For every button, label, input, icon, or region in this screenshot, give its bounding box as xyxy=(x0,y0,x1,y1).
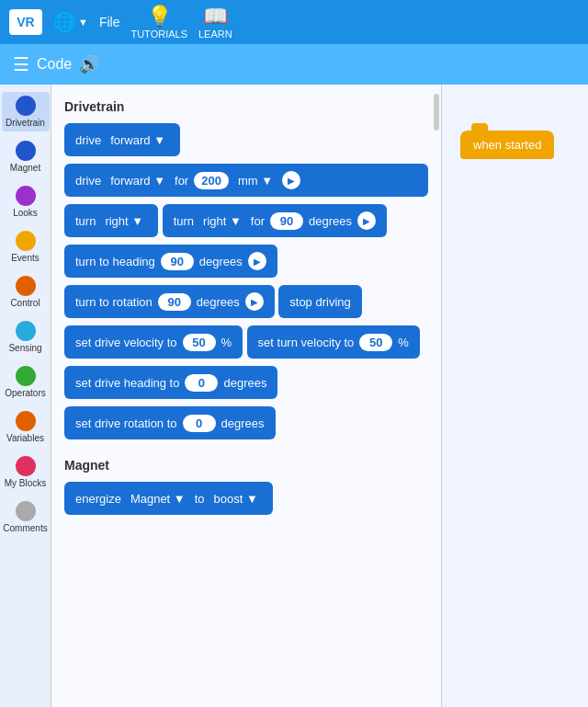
block-text: set turn velocity to xyxy=(258,336,355,349)
block-text: for xyxy=(175,174,188,188)
block-boost-dropdown[interactable]: boost ▼ xyxy=(210,490,262,507)
block-turn-right-for[interactable]: turn right ▼ for 90 degrees ▶ xyxy=(163,204,387,237)
block-set-drive-velocity[interactable]: set drive velocity to 50 % xyxy=(64,325,243,359)
globe-arrow: ▼ xyxy=(78,17,88,28)
block-set-drive-rotation[interactable]: set drive rotation to 0 degrees xyxy=(64,406,276,439)
block-text: degrees xyxy=(197,295,240,309)
block-area: Drivetrain drive forward ▼ drive forward… xyxy=(51,85,441,707)
block-text: degrees xyxy=(199,255,243,268)
block-play4-button[interactable]: ▶ xyxy=(245,292,264,311)
block-50a-input[interactable]: 50 xyxy=(183,334,216,351)
tutorials-label: TUTORIALS xyxy=(130,29,187,40)
block-turn-to-rotation[interactable]: turn to rotation 90 degrees ▶ xyxy=(64,285,275,318)
block-text: turn xyxy=(75,214,96,228)
operators-dot xyxy=(16,366,36,386)
sidebar-label-variables: Variables xyxy=(6,433,44,443)
block-90a-input[interactable]: 90 xyxy=(270,212,303,230)
variables-dot xyxy=(16,411,36,431)
sidebar: Drivetrain Magnet Looks Events Control S… xyxy=(0,85,51,707)
canvas-area: when started xyxy=(441,85,588,707)
block-text: drive xyxy=(75,174,101,188)
sidebar-item-operators[interactable]: Operators xyxy=(2,362,50,402)
block-stop-driving[interactable]: stop driving xyxy=(278,285,361,318)
block-text: % xyxy=(221,336,232,349)
sidebar-item-events[interactable]: Events xyxy=(2,227,50,267)
block-right2-dropdown[interactable]: right ▼ xyxy=(199,212,245,230)
block-text: set drive heading to xyxy=(75,376,179,390)
block-right-dropdown[interactable]: right ▼ xyxy=(101,212,147,230)
sidebar-label-comments: Comments xyxy=(3,523,47,533)
block-text: for xyxy=(251,214,265,228)
sidebar-label-control: Control xyxy=(10,298,40,308)
sidebar-item-comments[interactable]: Comments xyxy=(2,497,50,537)
block-forward2-dropdown[interactable]: forward ▼ xyxy=(107,172,169,189)
magnet-dot xyxy=(16,141,36,161)
block-turn-right[interactable]: turn right ▼ xyxy=(64,204,158,237)
tutorials-icon: 💡 xyxy=(147,5,172,29)
sidebar-item-control[interactable]: Control xyxy=(2,272,50,312)
block-90b-input[interactable]: 90 xyxy=(161,253,194,270)
globe-button[interactable]: 🌐 ▼ xyxy=(53,11,88,33)
block-text: turn xyxy=(174,214,194,228)
block-mm-dropdown[interactable]: mm ▼ xyxy=(234,172,277,189)
block-text: % xyxy=(398,336,409,349)
sidebar-item-sensing[interactable]: Sensing xyxy=(2,317,50,357)
block-play-button[interactable]: ▶ xyxy=(282,171,300,189)
block-90c-input[interactable]: 90 xyxy=(158,293,191,311)
code-icon: ☰ xyxy=(13,53,29,75)
scroll-indicator[interactable] xyxy=(434,94,439,131)
sidebar-item-myblocks[interactable]: My Blocks xyxy=(2,452,50,492)
block-magnet-dropdown[interactable]: Magnet ▼ xyxy=(127,490,189,507)
code-bar: ☰ Code 🔊 xyxy=(0,44,588,85)
sidebar-label-myblocks: My Blocks xyxy=(5,478,47,488)
block-set-turn-velocity[interactable]: set turn velocity to 50 % xyxy=(247,325,420,359)
globe-icon: 🌐 xyxy=(53,11,76,33)
block-text: to xyxy=(195,492,205,506)
tutorials-nav[interactable]: 💡 TUTORIALS xyxy=(130,5,187,40)
looks-dot xyxy=(16,186,36,206)
sidebar-item-looks[interactable]: Looks xyxy=(2,182,50,222)
comments-dot xyxy=(16,501,36,521)
block-play3-button[interactable]: ▶ xyxy=(248,252,266,270)
block-200-input[interactable]: 200 xyxy=(194,172,229,189)
block-text: degrees xyxy=(223,376,266,390)
block-set-drive-heading[interactable]: set drive heading to 0 degrees xyxy=(64,366,277,399)
block-drive-forward-for[interactable]: drive forward ▼ for 200 mm ▼ ▶ xyxy=(64,164,428,197)
block-text: degrees xyxy=(221,416,265,430)
drivetrain-dot xyxy=(16,96,36,116)
block-text: set drive velocity to xyxy=(75,336,177,349)
sidebar-item-variables[interactable]: Variables xyxy=(2,407,50,447)
block-drive-forward[interactable]: drive forward ▼ xyxy=(64,123,180,156)
block-50b-input[interactable]: 50 xyxy=(359,334,392,351)
magnet-title: Magnet xyxy=(64,458,428,473)
when-started-block[interactable]: when started xyxy=(460,131,554,159)
code-label: Code xyxy=(37,56,72,73)
file-menu[interactable]: File xyxy=(99,15,120,29)
sound-icon[interactable]: 🔊 xyxy=(79,54,99,74)
vr-logo: VR xyxy=(9,9,42,35)
block-0a-input[interactable]: 0 xyxy=(185,374,218,392)
events-dot xyxy=(16,231,36,251)
sidebar-label-events: Events xyxy=(11,253,40,263)
block-play2-button[interactable]: ▶ xyxy=(357,211,376,230)
myblocks-dot xyxy=(16,456,36,476)
block-text: degrees xyxy=(309,214,352,228)
sidebar-item-drivetrain[interactable]: Drivetrain xyxy=(2,92,50,131)
block-forward-dropdown[interactable]: forward ▼ xyxy=(107,131,169,149)
sidebar-label-sensing: Sensing xyxy=(8,343,41,353)
block-text: drive xyxy=(75,133,101,147)
sidebar-label-drivetrain: Drivetrain xyxy=(6,118,45,128)
block-text: energize xyxy=(75,492,121,506)
block-energize[interactable]: energize Magnet ▼ to boost ▼ xyxy=(64,482,273,515)
sidebar-item-magnet[interactable]: Magnet xyxy=(2,137,50,177)
drivetrain-title: Drivetrain xyxy=(64,99,428,114)
block-text: set drive rotation to xyxy=(75,416,177,430)
sidebar-label-operators: Operators xyxy=(5,388,45,398)
learn-icon: 📖 xyxy=(203,5,228,29)
main-area: Drivetrain Magnet Looks Events Control S… xyxy=(0,85,588,707)
block-0b-input[interactable]: 0 xyxy=(183,415,216,432)
sensing-dot xyxy=(16,321,36,341)
block-turn-to-heading[interactable]: turn to heading 90 degrees ▶ xyxy=(64,245,277,278)
learn-label: LEARN xyxy=(198,29,232,40)
learn-nav[interactable]: 📖 LEARN xyxy=(198,5,232,40)
